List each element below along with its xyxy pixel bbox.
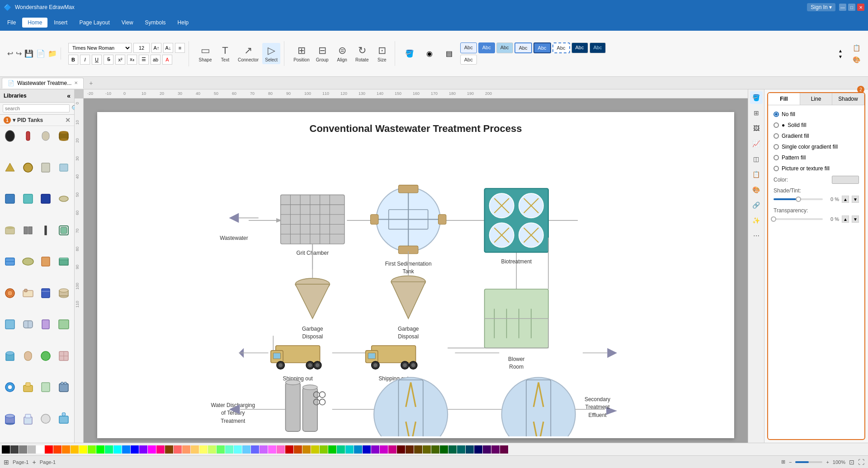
palette-color-item[interactable] xyxy=(345,445,354,454)
shape-item-31[interactable] xyxy=(38,348,54,364)
line-tab[interactable]: Line xyxy=(800,93,832,105)
font-size-input[interactable] xyxy=(133,43,150,53)
shape-item-11[interactable] xyxy=(38,191,54,207)
diagram-page[interactable]: Conventional Wastewater Treatment Proces… xyxy=(97,112,734,438)
position-btn[interactable]: ⊞ Position xyxy=(292,43,311,64)
style-preset-5[interactable]: Abc xyxy=(533,42,551,53)
palette-color-item[interactable] xyxy=(380,445,388,454)
palette-color-item[interactable] xyxy=(491,445,500,454)
palette-color-item[interactable] xyxy=(414,445,422,454)
style-preset-9[interactable]: Abc xyxy=(460,55,477,65)
palette-color-item[interactable] xyxy=(285,445,293,454)
palette-color-item[interactable] xyxy=(191,445,199,454)
shape-item-15[interactable] xyxy=(38,222,54,239)
transparency-slider[interactable] xyxy=(774,218,823,220)
palette-color-item[interactable] xyxy=(320,445,328,454)
shape-item-28[interactable] xyxy=(56,316,72,332)
palette-color-item[interactable] xyxy=(148,445,156,454)
format-panel-btn[interactable]: 📋 xyxy=(850,42,863,53)
palette-color-item[interactable] xyxy=(302,445,311,454)
shape-item-17[interactable] xyxy=(2,253,18,270)
size-btn[interactable]: ⊡ Size xyxy=(373,43,391,64)
shape-item-7[interactable] xyxy=(38,159,54,176)
shape-item-25[interactable] xyxy=(2,316,18,332)
shade-decrement-btn[interactable]: ▼ xyxy=(852,196,859,203)
shape-item-3[interactable] xyxy=(38,128,54,144)
theme-panel-btn[interactable]: 🎨 xyxy=(850,54,863,65)
properties-btn[interactable]: 📋 xyxy=(750,168,763,181)
fill-tab[interactable]: Fill xyxy=(768,93,800,105)
list-btn[interactable]: ☰ xyxy=(139,55,149,65)
more-btn[interactable]: ⋯ xyxy=(750,229,763,242)
no-fill-radio[interactable] xyxy=(774,112,779,117)
shape-item-6[interactable] xyxy=(20,159,36,176)
shape-item-13[interactable] xyxy=(2,222,18,239)
italic-btn[interactable]: I xyxy=(80,55,90,65)
shade-slider[interactable] xyxy=(774,198,823,200)
shape-item-27[interactable] xyxy=(38,316,54,332)
zoom-out-btn[interactable]: − xyxy=(789,459,792,465)
menu-insert[interactable]: Insert xyxy=(48,18,73,28)
palette-color-item[interactable] xyxy=(36,445,44,454)
ribbon-scroll-up[interactable]: ▲ xyxy=(838,48,843,53)
shade-increment-btn[interactable]: ▲ xyxy=(842,196,849,203)
palette-color-item[interactable] xyxy=(10,445,19,454)
shape-item-5[interactable] xyxy=(2,159,18,176)
redo-btn[interactable]: ↪ xyxy=(16,49,22,58)
palette-color-item[interactable] xyxy=(2,445,10,454)
palette-color-item[interactable] xyxy=(406,445,414,454)
shape-item-19[interactable] xyxy=(38,253,54,270)
shape-item-34[interactable] xyxy=(20,379,36,395)
menu-help[interactable]: Help xyxy=(172,18,194,28)
picture-fill-option[interactable]: Picture or texture fill xyxy=(772,163,861,174)
solid-fill-radio[interactable] xyxy=(774,122,779,128)
menu-file[interactable]: File xyxy=(2,18,21,28)
palette-color-item[interactable] xyxy=(62,445,70,454)
palette-color-item[interactable] xyxy=(165,445,173,454)
shape-item-10[interactable] xyxy=(20,191,36,207)
shape-item-16[interactable] xyxy=(56,222,72,239)
palette-color-item[interactable] xyxy=(251,445,259,454)
font-family-select[interactable]: Times New Roman xyxy=(68,43,132,53)
zoom-in-btn[interactable]: + xyxy=(826,459,829,465)
palette-color-item[interactable] xyxy=(71,445,79,454)
shape-item-39[interactable] xyxy=(38,411,54,427)
search-input[interactable] xyxy=(3,104,70,112)
palette-color-item[interactable] xyxy=(457,445,465,454)
grid-toggle[interactable]: ⊞ xyxy=(4,459,9,466)
collapse-sidebar-btn[interactable]: « xyxy=(67,92,71,99)
palette-color-item[interactable] xyxy=(268,445,276,454)
panel-expand-icon[interactable]: ▾ xyxy=(13,117,15,123)
gradient-fill-option[interactable]: Gradient fill xyxy=(772,131,861,141)
palette-color-item[interactable] xyxy=(397,445,405,454)
connector-tool-btn[interactable]: ↗ Connector xyxy=(236,43,260,64)
palette-color-item[interactable] xyxy=(259,445,268,454)
palette-color-item[interactable] xyxy=(448,445,457,454)
palette-color-item[interactable] xyxy=(311,445,319,454)
link-btn[interactable]: 🔗 xyxy=(750,199,763,211)
shape-item-1[interactable] xyxy=(2,128,18,144)
add-page-btn[interactable]: + xyxy=(32,459,36,466)
palette-color-item[interactable] xyxy=(139,445,147,454)
style-preset-4[interactable]: Abc xyxy=(514,42,532,53)
palette-color-item[interactable] xyxy=(88,445,96,454)
palette-color-item[interactable] xyxy=(19,445,27,454)
palette-color-item[interactable] xyxy=(363,445,371,454)
style-btn[interactable]: 🎨 xyxy=(750,183,763,196)
solid-fill-option[interactable]: ● Solid fill xyxy=(772,120,861,131)
palette-color-item[interactable] xyxy=(113,445,122,454)
close-btn[interactable]: ✕ xyxy=(857,4,864,11)
canvas-content[interactable]: Conventional Wastewater Treatment Proces… xyxy=(84,98,748,443)
style-preset-2[interactable]: Abc xyxy=(478,42,495,53)
new-tab-btn[interactable]: + xyxy=(85,78,96,89)
menu-page-layout[interactable]: Page Layout xyxy=(74,18,115,28)
shape-item-12[interactable] xyxy=(56,191,72,207)
pattern-fill-radio[interactable] xyxy=(774,155,779,160)
shape-item-35[interactable] xyxy=(38,379,54,395)
shape-item-38[interactable] xyxy=(20,411,36,427)
single-color-gradient-radio[interactable] xyxy=(774,144,779,150)
fill-color-btn[interactable]: 🪣 xyxy=(401,47,419,60)
palette-color-item[interactable] xyxy=(53,445,61,454)
palette-color-item[interactable] xyxy=(328,445,336,454)
shadow-tab[interactable]: Shadow xyxy=(832,93,864,105)
